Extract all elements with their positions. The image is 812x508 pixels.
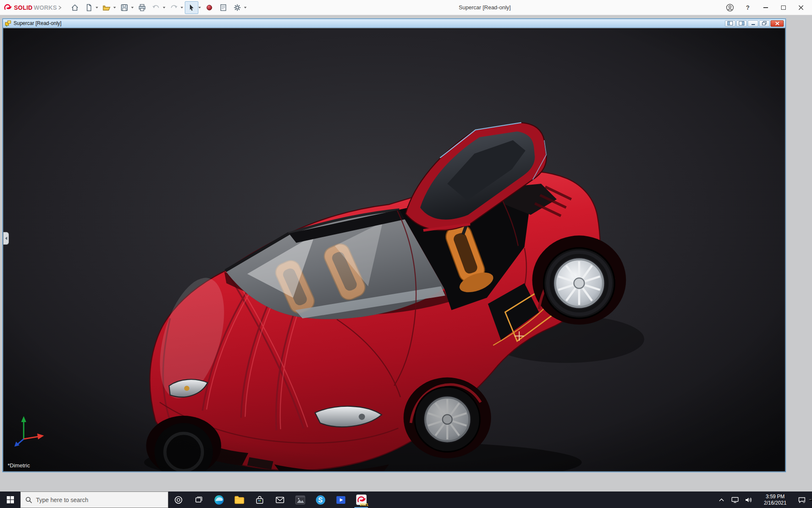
new-document-button[interactable] xyxy=(82,1,96,14)
orientation-triad-icon[interactable] xyxy=(13,414,48,449)
assembly-document-icon xyxy=(5,20,11,27)
doc-restore-icon xyxy=(762,21,767,25)
app-mail[interactable] xyxy=(270,491,290,508)
feature-manager-collapse-tab[interactable] xyxy=(3,232,9,245)
display-icon xyxy=(731,497,739,503)
document-window: Supercar [Read-only] xyxy=(3,19,786,472)
minimize-button[interactable] xyxy=(757,1,774,14)
task-view-icon xyxy=(195,496,203,504)
options-dropdown-icon[interactable] xyxy=(244,7,247,8)
doc-restore-button[interactable] xyxy=(759,20,770,27)
movies-tv-icon xyxy=(335,494,346,505)
search-icon xyxy=(25,497,32,503)
action-center-icon xyxy=(798,497,806,503)
document-titlebar[interactable]: Supercar [Read-only] xyxy=(3,19,785,28)
save-button[interactable] xyxy=(118,1,131,14)
redo-icon xyxy=(170,3,178,12)
redo-dropdown-icon[interactable] xyxy=(181,7,183,8)
clock-date: 2/16/2021 xyxy=(764,500,786,506)
app-photos[interactable] xyxy=(290,491,310,508)
account-button[interactable] xyxy=(721,1,738,14)
action-center-button[interactable] xyxy=(796,491,808,508)
select-dropdown-icon[interactable] xyxy=(198,7,201,8)
search-input[interactable] xyxy=(36,497,163,503)
doc-pane-left-button[interactable] xyxy=(725,20,735,27)
close-icon xyxy=(798,5,804,10)
app-store[interactable] xyxy=(250,491,270,508)
clock-time: 3:59 PM xyxy=(766,494,785,500)
pane-right-icon xyxy=(739,21,744,25)
select-arrow-icon xyxy=(187,3,196,12)
new-document-dropdown-icon[interactable] xyxy=(96,7,98,8)
open-button[interactable] xyxy=(100,1,113,14)
print-button[interactable] xyxy=(135,1,149,14)
store-icon xyxy=(255,495,265,505)
design-checker-button[interactable] xyxy=(217,1,230,14)
home-icon xyxy=(71,3,79,12)
windows-start-icon xyxy=(7,496,14,503)
app-titlebar: SOLID WORKS xyxy=(0,0,812,15)
maximize-icon xyxy=(781,6,786,10)
app-title: Supercar [Read-only] xyxy=(459,4,511,11)
undo-button[interactable] xyxy=(149,1,163,14)
tray-expand-button[interactable] xyxy=(715,491,728,508)
cortana-button[interactable] xyxy=(168,491,189,508)
brand-expand-icon[interactable] xyxy=(58,6,61,10)
doc-pane-right-button[interactable] xyxy=(736,20,747,27)
tray-volume-button[interactable] xyxy=(742,491,755,508)
doc-minimize-button[interactable] xyxy=(748,20,758,27)
3d-model-supercar[interactable] xyxy=(3,28,785,471)
app-skype[interactable] xyxy=(310,491,331,508)
show-desktop-button[interactable] xyxy=(809,499,812,501)
design-checker-icon xyxy=(219,3,228,12)
app-solidworks[interactable]: 2021 xyxy=(351,491,371,508)
cortana-icon xyxy=(174,496,183,504)
account-icon xyxy=(726,3,734,12)
options-button[interactable] xyxy=(230,1,244,14)
redo-button[interactable] xyxy=(167,1,181,14)
edge-icon xyxy=(214,494,225,505)
main-toolbar xyxy=(68,1,248,14)
save-dropdown-icon[interactable] xyxy=(131,7,134,8)
app-file-explorer[interactable] xyxy=(229,491,250,508)
task-view-button[interactable] xyxy=(189,491,209,508)
skype-icon xyxy=(315,494,326,505)
close-button[interactable] xyxy=(793,1,809,14)
volume-icon xyxy=(745,497,752,503)
appearance-sphere-icon xyxy=(205,3,214,12)
chevron-up-icon xyxy=(719,498,724,502)
taskbar-search[interactable] xyxy=(20,491,168,508)
document-window-controls xyxy=(725,20,784,27)
brand-solid: SOLID xyxy=(14,4,33,11)
help-button[interactable]: ? xyxy=(739,1,756,14)
photos-icon xyxy=(295,494,306,505)
gear-icon xyxy=(233,3,241,12)
mail-icon xyxy=(275,495,285,505)
appearances-button[interactable] xyxy=(203,1,216,14)
taskbar-clock[interactable]: 3:59 PM 2/16/2021 xyxy=(756,491,795,508)
window-controls: ? xyxy=(721,1,809,14)
save-icon xyxy=(120,3,129,12)
start-button[interactable] xyxy=(0,491,20,508)
solidworks-logo: SOLID WORKS xyxy=(3,3,64,12)
chevron-left-icon xyxy=(5,237,7,240)
new-document-icon xyxy=(85,3,93,12)
maximize-button[interactable] xyxy=(775,1,792,14)
doc-close-button[interactable] xyxy=(771,20,784,27)
home-button[interactable] xyxy=(68,1,82,14)
select-button[interactable] xyxy=(185,1,198,14)
3d-viewport[interactable]: *Dimetric xyxy=(3,28,785,472)
app-edge[interactable] xyxy=(209,491,229,508)
print-icon xyxy=(138,3,146,12)
pane-left-icon xyxy=(727,21,733,25)
view-orientation-label: *Dimetric xyxy=(8,462,30,469)
app-movies-tv[interactable] xyxy=(331,491,351,508)
mdi-area: Supercar [Read-only] xyxy=(0,15,812,491)
open-dropdown-icon[interactable] xyxy=(113,7,116,8)
taskbar: 2021 3:59 PM 2/ xyxy=(0,491,812,508)
open-folder-icon xyxy=(102,3,111,12)
undo-dropdown-icon[interactable] xyxy=(163,7,165,8)
solidworks-logo-icon xyxy=(3,3,13,12)
help-icon: ? xyxy=(746,4,750,11)
tray-display-button[interactable] xyxy=(729,491,741,508)
